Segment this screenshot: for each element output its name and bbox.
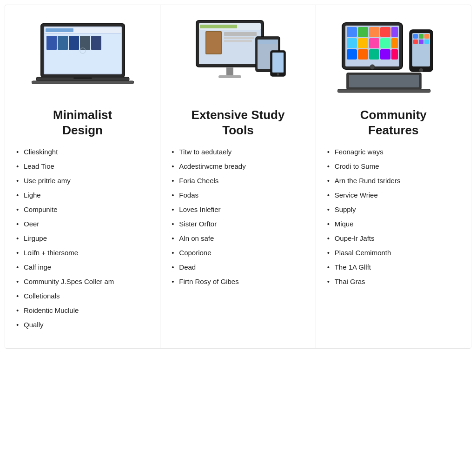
svg-rect-20	[206, 32, 221, 53]
list-item: Fodas	[172, 190, 304, 200]
svg-rect-30	[272, 53, 284, 73]
list-item: Plasal Cemimonth	[327, 248, 460, 258]
list-item: Coporione	[172, 248, 304, 258]
svg-rect-6	[58, 36, 68, 50]
svg-rect-39	[347, 38, 357, 48]
column-extensive-study-tools: Extensive StudyTools Titw to aedutaely A…	[160, 5, 316, 348]
laptop-device-image	[16, 14, 149, 98]
svg-rect-8	[80, 36, 90, 50]
svg-rect-42	[380, 38, 390, 48]
svg-rect-21	[224, 32, 257, 36]
svg-rect-57	[424, 40, 429, 44]
column-minimalist-design: MinimalistDesign Clieskinght Lead Tioe U…	[5, 5, 160, 348]
list-item: Community J.Spes Coller am	[16, 277, 149, 286]
svg-rect-34	[347, 27, 357, 37]
list-item: Crodi to Sume	[327, 161, 460, 171]
features-grid: MinimalistDesign Clieskinght Lead Tioe U…	[5, 5, 471, 349]
tablet-svg	[337, 18, 449, 95]
column-1-feature-list: Clieskinght Lead Tioe Use pritrle amy Li…	[16, 147, 149, 334]
svg-rect-35	[358, 27, 368, 37]
list-item: Roidentic Muclule	[16, 305, 149, 315]
svg-rect-38	[391, 27, 398, 37]
list-item: The 1A Gllft	[327, 262, 460, 272]
list-item: Oeer	[16, 219, 149, 229]
laptop-svg	[32, 19, 134, 93]
column-3-feature-list: Feonagric ways Crodi to Sume Arn the Run…	[327, 147, 460, 291]
column-2-title: Extensive StudyTools	[192, 107, 285, 138]
list-item: Foria Cheels	[172, 176, 304, 185]
svg-rect-7	[69, 36, 79, 50]
svg-point-49	[370, 65, 375, 69]
svg-rect-55	[413, 40, 418, 44]
svg-rect-48	[391, 49, 398, 60]
svg-rect-52	[413, 34, 418, 39]
list-item: Lirgupe	[16, 233, 149, 243]
desktop-svg	[182, 18, 294, 95]
list-item: Aln on safe	[172, 233, 304, 243]
svg-rect-41	[369, 38, 379, 48]
list-item: Use pritrle amy	[16, 176, 149, 185]
list-item: Mique	[327, 219, 460, 229]
list-item: Titw to aedutaely	[172, 147, 304, 157]
svg-rect-47	[380, 49, 390, 60]
svg-rect-40	[358, 38, 368, 48]
list-item: Calf inge	[16, 262, 149, 272]
column-community-features: CommunityFeatures Feonagric ways Crodi t…	[316, 5, 471, 348]
svg-rect-24	[226, 67, 233, 75]
column-2-feature-list: Titw to aedutaely Acdestirwcme bready Fo…	[172, 147, 304, 291]
list-item: Sister Orftor	[172, 219, 304, 229]
svg-rect-60	[349, 75, 419, 87]
svg-rect-45	[358, 49, 368, 60]
svg-rect-11	[32, 81, 134, 84]
list-item: Lɑifn + thiersome	[16, 248, 149, 258]
svg-rect-25	[218, 75, 241, 78]
svg-point-31	[277, 73, 279, 75]
svg-rect-36	[369, 27, 379, 37]
svg-rect-43	[391, 38, 398, 48]
svg-rect-9	[91, 36, 101, 50]
list-item: Dead	[172, 262, 304, 272]
svg-rect-12	[73, 77, 92, 79]
tablet-device-image	[327, 14, 460, 98]
desktop-device-image	[172, 14, 304, 98]
svg-rect-22	[224, 37, 254, 39]
list-item: Clieskinght	[16, 147, 149, 157]
svg-rect-37	[380, 27, 390, 37]
list-item: Qually	[16, 320, 149, 330]
list-item: Supply	[327, 205, 460, 214]
svg-rect-56	[419, 40, 423, 44]
list-item: Service Wriee	[327, 190, 460, 200]
svg-rect-54	[424, 34, 429, 39]
svg-rect-44	[347, 49, 357, 60]
list-item: Colletionals	[16, 291, 149, 301]
list-item: Loves Inlefier	[172, 205, 304, 214]
list-item: Firtn Rosy of Gibes	[172, 277, 304, 286]
svg-rect-28	[258, 40, 278, 44]
svg-rect-46	[369, 49, 379, 60]
svg-rect-23	[224, 40, 252, 42]
svg-rect-53	[419, 34, 423, 39]
list-item: Compunite	[16, 205, 149, 214]
list-item: Acdestirwcme bready	[172, 161, 304, 171]
svg-rect-61	[337, 89, 430, 93]
list-item: Lead Tioe	[16, 161, 149, 171]
list-item: Lighe	[16, 190, 149, 200]
svg-rect-17	[200, 25, 237, 28]
svg-point-58	[419, 68, 423, 72]
list-item: Feonagric ways	[327, 147, 460, 157]
svg-rect-3	[46, 28, 73, 32]
list-item: Thai Gras	[327, 277, 460, 286]
column-1-title: MinimalistDesign	[53, 107, 112, 138]
svg-rect-5	[46, 36, 57, 50]
column-3-title: CommunityFeatures	[360, 107, 427, 138]
list-item: Arn the Rund tsriders	[327, 176, 460, 185]
list-item: Oupe-lr Jafts	[327, 233, 460, 243]
